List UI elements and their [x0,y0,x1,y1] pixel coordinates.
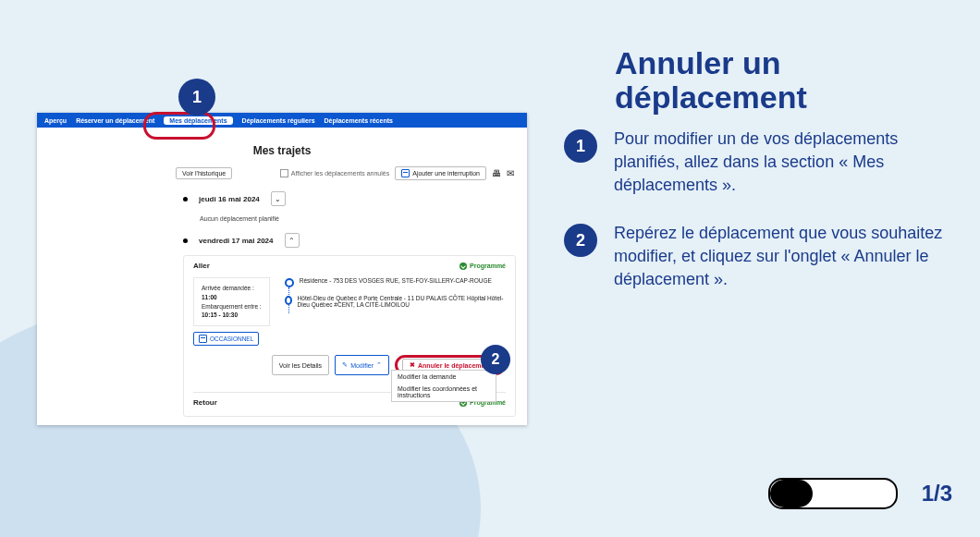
instruction-step-2: 2 Repérez le déplacement que vous souhai… [564,222,947,292]
origin-address: Résidence - 753 DES VOSGES RUE, STE-FOY-… [300,277,492,284]
chevron-up-icon: ⌃ [376,361,382,369]
annotation-highlight-tab [143,112,215,140]
route: Résidence - 753 DES VOSGES RUE, STE-FOY-… [285,277,506,326]
content-area: jeudi 16 mai 2024 ⌄ Aucun déplacement pl… [37,191,527,417]
time-box: Arrivée demandée : 11:00 Embarquement en… [193,277,270,326]
annotation-badge-1: 1 [178,79,215,116]
day-bullet-icon [183,197,188,201]
button-modify[interactable]: ✎ Modifier ⌃ [335,355,389,375]
check-icon [459,262,467,270]
nav-tabs: Aperçu Réserver un déplacement Mes dépla… [37,113,527,128]
step-text-1: Pour modifier un de vos déplacements pla… [614,128,947,198]
page-title: Annuler un déplacement [615,46,807,116]
close-icon: ✖ [410,361,415,369]
annotation-badge-2: 2 [481,345,510,374]
route-origin-icon [285,278,294,287]
trip-direction: Aller [193,262,210,270]
day-header-2[interactable]: vendredi 17 mai 2024 ⌃ [183,233,516,248]
mail-icon[interactable]: ✉ [507,168,514,178]
print-icon[interactable]: 🖶 [492,168,501,178]
toolbar: Voir l'historique Afficher les déplaceme… [37,166,527,184]
pager: 1/3 [768,478,952,509]
step-number-2: 2 [564,224,597,257]
calendar-icon [401,169,410,177]
app-screenshot: Aperçu Réserver un déplacement Mes dépla… [37,113,527,425]
menu-item-modify-request[interactable]: Modifier la demande [392,371,496,383]
step-text-2: Repérez le déplacement que vous souhaite… [614,222,947,292]
menu-item-modify-coords[interactable]: Modifier les coordonnées et instructions [392,383,496,401]
day-header-1[interactable]: jeudi 16 mai 2024 ⌄ [183,191,516,206]
button-history[interactable]: Voir l'historique [176,167,232,179]
button-add-interruption[interactable]: Ajouter une interruption [395,166,486,180]
calendar-icon [199,335,207,343]
checkbox-icon [280,169,288,177]
section-title: Mes trajets [37,144,527,157]
chevron-up-icon[interactable]: ⌃ [285,233,300,248]
pager-progress [770,480,813,507]
button-details[interactable]: Voir les Détails [272,355,329,375]
route-destination-icon [285,296,292,305]
tab-reguliers[interactable]: Déplacements réguliers [242,117,315,124]
chevron-down-icon[interactable]: ⌄ [271,191,286,206]
day-bullet-icon [183,238,188,243]
trip-card-aller: Aller Programmé Arrivée demandée : 11:00… [183,255,516,417]
checkbox-show-cancelled[interactable]: Afficher les déplacements annulés [280,169,390,177]
destination-address: Hôtel-Dieu de Québec # Porte Centrale - … [298,295,506,308]
pencil-icon: ✎ [342,361,348,369]
status-badge: Programmé [459,262,506,270]
tag-occasionnel: OCCASIONNEL [193,332,259,346]
empty-state: Aucun déplacement planifié [183,206,516,226]
pager-bar [768,478,898,509]
tab-apercu[interactable]: Aperçu [44,117,67,124]
trip-actions: Voir les Détails ✎ Modifier ⌃ ✖ Annuler … [193,355,506,375]
step-number-1: 1 [564,129,597,163]
pager-text: 1/3 [922,481,952,506]
instruction-step-1: 1 Pour modifier un de vos déplacements p… [564,128,947,198]
modify-dropdown: Modifier la demande Modifier les coordon… [391,370,496,402]
tab-recents[interactable]: Déplacements récents [325,117,393,124]
